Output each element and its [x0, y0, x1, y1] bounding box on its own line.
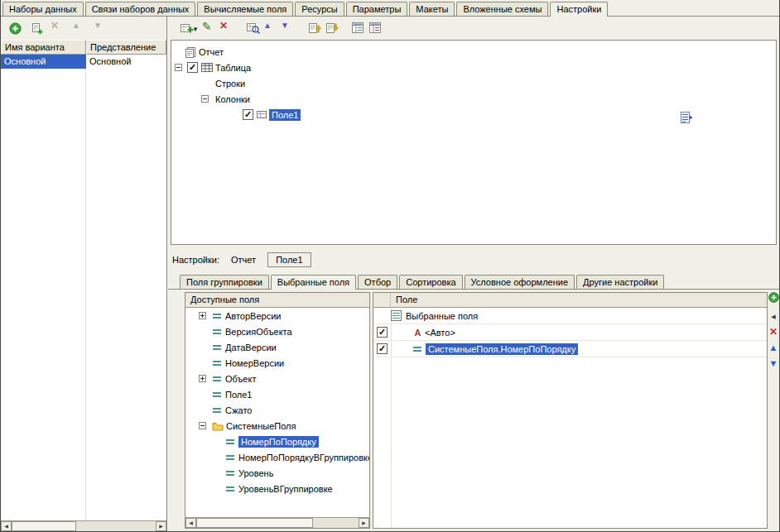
list-item-label: НомерПоПорядкуВГруппировке: [238, 453, 369, 463]
field-use-checkbox[interactable]: [377, 327, 388, 338]
tab-resources[interactable]: Ресурсы: [295, 2, 344, 16]
field-checkbox[interactable]: [243, 109, 253, 120]
scroll-track[interactable]: [196, 518, 359, 528]
move-up-level-button[interactable]: [307, 21, 322, 36]
list-item-label: Уровень: [238, 468, 273, 478]
tab-sorting[interactable]: Сортировка: [399, 275, 462, 289]
tab-settings[interactable]: Настройки: [550, 2, 608, 17]
breadcrumb-field-active[interactable]: Поле1: [267, 252, 311, 267]
tab-conditional-appearance[interactable]: Условное оформление: [465, 275, 575, 289]
tree-item-report[interactable]: Отчет: [171, 44, 776, 60]
tree-item-rows[interactable]: Строки: [171, 75, 776, 91]
variant-presentation-cell[interactable]: Основной: [86, 55, 166, 69]
list-item[interactable]: Уровень: [185, 465, 369, 481]
tab-data-set-links[interactable]: Связи наборов данных: [85, 2, 196, 16]
list-item[interactable]: УровеньВГруппировке: [185, 481, 369, 496]
add-element-button[interactable]: [178, 21, 200, 36]
variant-row[interactable]: Основной Основной: [1, 55, 166, 69]
list-item-label: ВерсияОбъекта: [225, 327, 292, 337]
delete-variant-button[interactable]: [51, 21, 65, 36]
list-item[interactable]: ДатаВерсии: [185, 339, 369, 355]
attribute-icon: [212, 357, 223, 368]
tab-filter[interactable]: Отбор: [358, 275, 397, 289]
structure-toolbar: [178, 18, 383, 38]
move-down-level-button[interactable]: [325, 21, 339, 36]
attribute-icon: [212, 389, 223, 400]
scroll-right-button[interactable]: [359, 518, 369, 528]
tab-templates[interactable]: Макеты: [409, 2, 455, 16]
scroll-track[interactable]: [12, 521, 156, 531]
field-column-header[interactable]: Поле: [391, 293, 422, 307]
view-settings-button[interactable]: [246, 21, 261, 36]
attribute-icon: [225, 483, 236, 494]
expand-icon[interactable]: [199, 312, 206, 319]
move-field-up-button[interactable]: [769, 343, 778, 352]
breadcrumb-report[interactable]: Отчет: [229, 253, 258, 266]
variant-name-cell[interactable]: Основной: [1, 55, 86, 69]
scroll-thumb[interactable]: [12, 521, 76, 531]
collapse-icon[interactable]: [201, 95, 209, 103]
list-item[interactable]: Объект: [185, 371, 369, 386]
group-button[interactable]: [351, 21, 366, 36]
move-down-button[interactable]: [281, 21, 296, 36]
column-header-variant-name[interactable]: Имя варианта: [1, 40, 86, 55]
copy-variant-button[interactable]: [29, 21, 44, 36]
field-use-checkbox[interactable]: [377, 343, 388, 354]
variants-panel: Имя варианта Представление Основной Осно…: [1, 17, 167, 531]
top-tab-bar: Наборы данных Связи наборов данных Вычис…: [1, 0, 779, 17]
scroll-thumb[interactable]: [196, 518, 313, 528]
column-header-presentation[interactable]: Представление: [86, 40, 166, 55]
tab-grouping-fields[interactable]: Поля группировки: [180, 275, 269, 289]
variants-horizontal-scrollbar[interactable]: [1, 520, 166, 531]
list-item-folder[interactable]: СистемныеПоля: [185, 418, 369, 434]
move-field-down-button[interactable]: [769, 359, 778, 368]
tab-data-sets[interactable]: Наборы данных: [2, 2, 84, 16]
scroll-right-button[interactable]: [156, 521, 166, 531]
move-up-button[interactable]: [263, 21, 278, 36]
tree-item-table[interactable]: Таблица: [171, 60, 776, 75]
list-item-selected[interactable]: НомерПоПорядку: [185, 434, 369, 449]
remove-field-button[interactable]: [769, 327, 778, 337]
list-item[interactable]: Сжато: [185, 402, 369, 418]
list-item[interactable]: НомерВерсии: [185, 355, 369, 371]
list-item[interactable]: НомерПоПорядкуВГруппировке: [185, 449, 369, 465]
tab-selected-fields[interactable]: Выбранные поля: [271, 275, 356, 290]
expand-icon[interactable]: [199, 375, 206, 382]
move-variant-down-button[interactable]: [94, 21, 108, 36]
auto-icon: A: [412, 328, 423, 338]
add-variant-button[interactable]: [7, 21, 22, 36]
list-item-label: СистемныеПоля: [226, 421, 296, 431]
ungroup-icon: [369, 22, 383, 35]
variants-list: Основной Основной: [1, 55, 166, 520]
selected-field-row-selected[interactable]: СистемныеПоля.НомерПоПорядку: [373, 341, 767, 357]
selected-fields-header: Поле: [373, 293, 767, 308]
collapse-icon[interactable]: [199, 422, 206, 429]
tab-nested-schemas[interactable]: Вложенные схемы: [456, 2, 548, 16]
field-properties-icon[interactable]: [681, 112, 693, 125]
selected-field-row[interactable]: A <Авто>: [373, 324, 767, 341]
tab-parameters[interactable]: Параметры: [346, 2, 408, 16]
selected-fields-root-row[interactable]: Выбранные поля: [373, 308, 767, 324]
scroll-left-button[interactable]: [185, 518, 196, 528]
delete-element-button[interactable]: [219, 21, 234, 36]
move-field-left-button[interactable]: [771, 311, 775, 320]
list-item[interactable]: ВерсияОбъекта: [185, 324, 369, 339]
toolbar-separator: [342, 28, 349, 29]
list-item-label: Объект: [225, 374, 256, 384]
tab-calculated-fields[interactable]: Вычисляемые поля: [197, 2, 293, 16]
available-fields-scrollbar[interactable]: [185, 517, 369, 528]
list-item[interactable]: АвторВерсии: [185, 308, 369, 324]
edit-element-button[interactable]: [202, 21, 217, 36]
selected-fields-workspace: Доступные поля АвторВерсии ВерсияОбъекта: [168, 290, 779, 531]
tab-other-settings[interactable]: Другие настройки: [576, 275, 664, 289]
tree-item-columns[interactable]: Колонки: [171, 91, 776, 107]
collapse-icon[interactable]: [175, 64, 182, 71]
move-variant-up-button[interactable]: [72, 21, 87, 36]
scroll-left-button[interactable]: [1, 521, 12, 531]
attribute-icon: [212, 326, 223, 337]
add-field-button[interactable]: [768, 292, 779, 304]
list-item[interactable]: Поле1: [185, 386, 369, 402]
variants-table-header: Имя варианта Представление: [1, 40, 166, 55]
table-checkbox[interactable]: [187, 62, 198, 73]
ungroup-button[interactable]: [368, 21, 383, 36]
